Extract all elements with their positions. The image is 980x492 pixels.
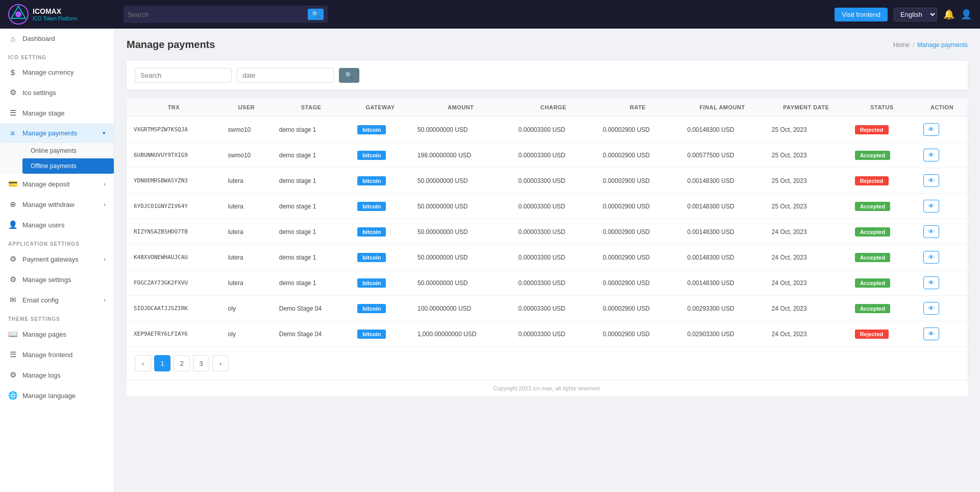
sidebar-item-online-payments[interactable]: Online payments bbox=[22, 143, 114, 158]
pagination-next[interactable]: › bbox=[212, 355, 229, 371]
pagination-page-2[interactable]: 2 bbox=[174, 355, 190, 371]
sidebar-label-online-payments: Online payments bbox=[31, 147, 77, 154]
cell-trx: YDN0EMRSBWASYZN3 bbox=[127, 168, 221, 194]
topbar-search-button[interactable]: 🔍 bbox=[308, 9, 324, 20]
sidebar-item-manage-currency[interactable]: $ Manage currency bbox=[0, 62, 114, 82]
pagination: ‹ 1 2 3 › bbox=[127, 347, 968, 380]
cell-user: lutera bbox=[221, 168, 272, 194]
cell-amount: 50.00000000 USD bbox=[410, 245, 511, 270]
cell-trx: 5IOJDCAATJJSZIRK bbox=[127, 296, 221, 321]
topbar-search-input[interactable] bbox=[128, 11, 308, 18]
view-button[interactable]: 👁 bbox=[923, 174, 939, 187]
sidebar-item-manage-language[interactable]: 🌐 Manage language bbox=[0, 385, 114, 406]
visit-frontend-button[interactable]: Visit frontend bbox=[835, 8, 888, 21]
col-payment-date: PAYMENT DATE bbox=[765, 98, 848, 117]
table-row: VXGRTMSPZW7KSQJA swmo10 demo stage 1 bit… bbox=[127, 117, 968, 143]
cell-payment-date: 25 Oct, 2023 bbox=[765, 117, 848, 143]
manage-stage-icon: ☰ bbox=[8, 108, 17, 118]
sidebar-item-manage-pages[interactable]: 📖 Manage pages bbox=[0, 324, 114, 344]
sidebar-item-payment-gateways[interactable]: ⚙ Payment gateways › bbox=[0, 249, 114, 269]
chevron-right-icon2: › bbox=[104, 201, 106, 207]
date-input[interactable] bbox=[237, 68, 334, 83]
search-input[interactable] bbox=[135, 68, 232, 83]
sidebar-label-email-config: Email config bbox=[22, 296, 59, 304]
cell-user: lutera bbox=[221, 194, 272, 219]
cell-amount: 50.00000000 USD bbox=[410, 270, 511, 296]
pagination-prev[interactable]: ‹ bbox=[135, 355, 151, 371]
breadcrumb-home[interactable]: Home bbox=[893, 41, 910, 49]
cell-payment-date: 24 Oct, 2023 bbox=[765, 219, 848, 245]
sidebar-item-manage-stage[interactable]: ☰ Manage stage bbox=[0, 103, 114, 123]
cell-stage: demo stage 1 bbox=[272, 270, 351, 296]
table-row: 5IOJDCAATJJSZIRK oly Demo Stage 04 bitco… bbox=[127, 296, 968, 321]
view-button[interactable]: 👁 bbox=[923, 149, 939, 161]
main-content: Manage payments Home / Manage payments 🔍… bbox=[114, 29, 980, 492]
table-body: VXGRTMSPZW7KSQJA swmo10 demo stage 1 bit… bbox=[127, 117, 968, 347]
sidebar-label-manage-payments: Manage payments bbox=[22, 129, 77, 137]
cell-amount: 50.00000000 USD bbox=[410, 168, 511, 194]
sidebar-item-manage-withdraw[interactable]: ⊕ Manage withdraw › bbox=[0, 194, 114, 215]
language-select[interactable]: English French Spanish bbox=[894, 8, 937, 21]
table-row: 6YDJCO1GNYZIV64Y lutera demo stage 1 bit… bbox=[127, 194, 968, 219]
view-button[interactable]: 👁 bbox=[923, 123, 939, 136]
view-button[interactable]: 👁 bbox=[923, 302, 939, 315]
topbar: ICOMAX ICO Token Platform 🔍 Visit fronte… bbox=[0, 0, 980, 29]
cell-final-amount: 0.00148300 USD bbox=[680, 219, 764, 245]
sidebar-item-offline-payments[interactable]: Offline payments bbox=[22, 158, 114, 174]
sidebar-item-manage-settings[interactable]: ⚙ Manage settings bbox=[0, 269, 114, 290]
view-button[interactable]: 👁 bbox=[923, 327, 939, 340]
view-button[interactable]: 👁 bbox=[923, 251, 939, 264]
table-row: YDN0EMRSBWASYZN3 lutera demo stage 1 bit… bbox=[127, 168, 968, 194]
sidebar-label-manage-stage: Manage stage bbox=[22, 109, 64, 117]
pagination-page-1[interactable]: 1 bbox=[154, 355, 170, 371]
cell-gateway: bitcoin bbox=[350, 219, 410, 245]
sidebar-label-manage-language: Manage language bbox=[22, 392, 76, 400]
cell-payment-date: 24 Oct, 2023 bbox=[765, 245, 848, 270]
payments-table: TRX USER STAGE GATEWAY AMOUNT CHARGE RAT… bbox=[127, 98, 968, 347]
layout: ⌂ Dashboard ICO SETTING $ Manage currenc… bbox=[0, 29, 980, 492]
sidebar-item-manage-frontend[interactable]: ☰ Manage frontend bbox=[0, 344, 114, 365]
filter-search-button[interactable]: 🔍 bbox=[339, 68, 359, 83]
pagination-page-3[interactable]: 3 bbox=[193, 355, 209, 371]
cell-gateway: bitcoin bbox=[350, 194, 410, 219]
cell-final-amount: 0.00577500 USD bbox=[680, 143, 764, 168]
payments-table-container: TRX USER STAGE GATEWAY AMOUNT CHARGE RAT… bbox=[127, 98, 968, 380]
cell-rate: 0.00002900 USD bbox=[596, 296, 680, 321]
sidebar-item-email-config[interactable]: ✉ Email config › bbox=[0, 290, 114, 310]
cell-trx: FOGCZAY73GK2FXVU bbox=[127, 270, 221, 296]
sidebar-item-manage-logs[interactable]: ⚙ Manage logs bbox=[0, 365, 114, 385]
sidebar-item-manage-users[interactable]: 👤 Manage users bbox=[0, 215, 114, 235]
view-button[interactable]: 👁 bbox=[923, 225, 939, 238]
footer-text: Copyright 2023 ico max, all rights reser… bbox=[493, 385, 601, 391]
cell-trx: VXGRTMSPZW7KSQJA bbox=[127, 117, 221, 143]
sidebar-item-dashboard[interactable]: ⌂ Dashboard bbox=[0, 29, 114, 49]
view-button[interactable]: 👁 bbox=[923, 200, 939, 213]
svg-point-2 bbox=[15, 11, 21, 17]
sidebar-section-ico: ICO SETTING bbox=[0, 49, 114, 62]
cell-status: Rejected bbox=[848, 117, 916, 143]
cell-final-amount: 0.00293300 USD bbox=[680, 296, 764, 321]
cell-charge: 0.00003300 USD bbox=[511, 296, 595, 321]
cell-payment-date: 24 Oct, 2023 bbox=[765, 296, 848, 321]
cell-action: 👁 bbox=[916, 245, 968, 270]
sidebar-item-manage-payments[interactable]: ≡ Manage payments ▾ bbox=[0, 123, 114, 143]
sidebar-item-manage-deposit[interactable]: 💳 Manage deposit › bbox=[0, 174, 114, 194]
filter-bar: 🔍 bbox=[127, 61, 968, 90]
sidebar-label-manage-pages: Manage pages bbox=[22, 331, 66, 338]
notifications-icon[interactable]: 🔔 bbox=[943, 9, 954, 20]
cell-status: Accepted bbox=[848, 270, 916, 296]
cell-stage: demo stage 1 bbox=[272, 245, 351, 270]
manage-logs-icon: ⚙ bbox=[8, 370, 17, 380]
cell-status: Accepted bbox=[848, 296, 916, 321]
sidebar-label-payment-gateways: Payment gateways bbox=[22, 255, 79, 263]
cell-stage: Demo Stage 04 bbox=[272, 296, 351, 321]
sidebar-item-ico-settings[interactable]: ⚙ Ico settings bbox=[0, 82, 114, 103]
table-header: TRX USER STAGE GATEWAY AMOUNT CHARGE RAT… bbox=[127, 98, 968, 117]
sidebar-label-manage-users: Manage users bbox=[22, 221, 64, 229]
cell-user: oly bbox=[221, 296, 272, 321]
cell-charge: 0.00003300 USD bbox=[511, 168, 595, 194]
cell-rate: 0.00002900 USD bbox=[596, 117, 680, 143]
cell-payment-date: 25 Oct, 2023 bbox=[765, 194, 848, 219]
user-profile-icon[interactable]: 👤 bbox=[961, 9, 972, 20]
view-button[interactable]: 👁 bbox=[923, 276, 939, 289]
